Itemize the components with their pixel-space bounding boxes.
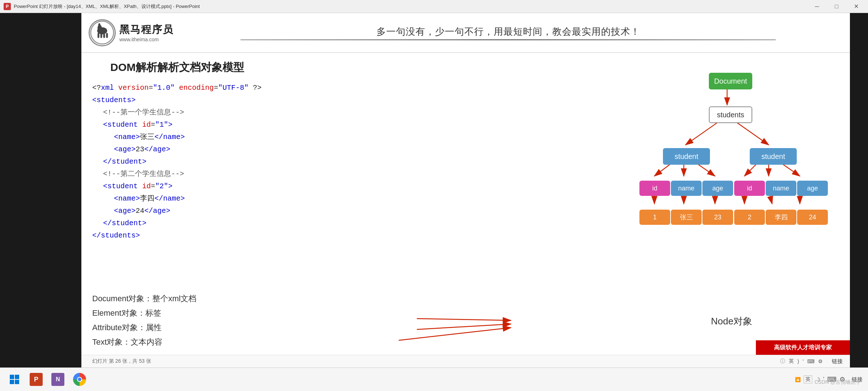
tray-info-icon[interactable]: 🔼 [795,377,801,382]
svg-line-25 [417,319,511,320]
close-button[interactable]: ✕ [848,0,864,13]
code-id-val2: "2" [155,182,168,190]
code-name1-val: 张三 [140,133,154,141]
maximize-button[interactable]: □ [828,0,845,13]
code-id-attr2: id [142,182,151,190]
chrome-taskbar-icon [73,373,86,386]
code-line-5: <name>张三</name> [114,131,302,143]
red-banner: 高级软件人才培训专家 [756,340,850,355]
code-line-7: </student> [103,156,302,168]
code-line-6: <age>23</age> [114,143,302,156]
csdn-watermark: CSDN @古倪喃虎宇 [814,379,861,386]
svg-rect-5 [103,34,105,38]
title-bar: P PowerPoint 幻灯片放映 - [day14、XML、XML解析、XP… [0,0,868,13]
svg-rect-4 [101,34,102,38]
slide-info: 幻灯片 第 26 张，共 53 张 [92,358,151,365]
logo-svg [90,20,115,45]
slide-footer: 幻灯片 第 26 张，共 53 张 ⓘ 英 ) ' ⌨ ⚙ 链接 [81,355,850,367]
document-node: Document [709,73,752,89]
val3-node: 23 [702,210,733,225]
svg-rect-30 [10,380,14,384]
code-id-val1: "1" [155,121,168,129]
code-line-13: </students> [92,230,302,242]
svg-rect-3 [98,33,99,38]
powerpoint-taskbar-btn[interactable]: P [27,370,45,388]
val1-node: 1 [639,210,670,225]
code-line-11: <age>24</age> [114,205,302,217]
svg-rect-28 [10,375,14,379]
chrome-taskbar-btn[interactable] [71,370,89,388]
val4-node: 2 [734,210,765,225]
app-icon: P [4,3,11,10]
code-close-bracket: ?> [253,84,261,92]
svg-rect-29 [15,375,19,379]
svg-line-10 [734,121,769,145]
window-controls: ─ □ ✕ [809,0,864,13]
code-students-close: </students> [92,231,140,240]
logo-subtitle: www.itheima.com [119,37,174,42]
windows-icon [9,374,20,384]
settings-icon: ⚙ [818,358,823,364]
slide-header: 黑马程序员 www.itheima.com 多一句没有，少一句不行，用最短时间，… [81,13,850,53]
connect-text: 链接 [832,358,843,365]
code-line-12: </student> [103,217,302,230]
code-comment-2: <!--第二个学生信息--> [103,170,184,178]
code-version-val: "1.0" [153,84,175,92]
minimize-button[interactable]: ─ [809,0,825,13]
code-line-3: <!--第一个学生信息--> [103,106,302,119]
quote-icon: ' [803,358,804,364]
start-button[interactable] [5,370,24,388]
val5-node: 李四 [766,210,796,225]
code-student1-tag: <student [103,121,138,129]
code-line-4: <student id="1"> [103,119,302,131]
logo-area: 黑马程序员 www.itheima.com [89,19,174,46]
code-id-attr1: id [142,121,151,129]
svg-point-7 [98,23,101,27]
code-student2-tag: <student [103,182,138,190]
svg-line-26 [417,324,511,329]
moon-icon: ) [797,358,799,364]
code-version-attr: version [118,84,149,92]
slide-panel-sidebar [0,13,81,355]
tray-lang-icon[interactable]: 英 [804,375,812,383]
name1-node: name [671,181,702,196]
code-age1-tag: <age> [114,145,136,154]
val6-node: 24 [797,210,828,225]
logo-circle [89,19,116,46]
desc-document: Document对象：整个xml文档 [92,293,244,304]
logo-text-area: 黑马程序员 www.itheima.com [119,23,174,42]
svg-line-27 [399,328,511,340]
code-student2-close: </student> [103,219,146,227]
title-bar-text: PowerPoint 幻灯片放映 - [day14、XML、XML解析、XPat… [14,3,809,10]
info-icon: ⓘ [780,358,785,365]
code-line-1: <?xml version="1.0" encoding="UTF-8" ?> [92,82,302,94]
code-age2-val: 24 [136,207,144,215]
tree-diagram: Document students student student id nam… [629,73,839,243]
code-line-9: <student id="2"> [103,180,302,193]
students-node: students [709,106,752,123]
app-icon-letter: P [6,4,9,9]
code-encoding-attr: encoding [179,84,214,92]
val2-node: 张三 [671,210,702,225]
code-age2-tag: <age> [114,207,136,215]
code-xml: xml [101,84,114,92]
taskbar: P N 🔼 英 ☽ ' ⌨ ⚙ 链接 CSDN @古倪喃虎宇 [0,367,868,391]
keyboard-icon: ⌨ [807,358,814,364]
code-students-open: <students> [92,96,136,104]
code-area: <?xml version="1.0" encoding="UTF-8" ?> … [92,82,302,242]
code-student1-close: </student> [103,157,146,166]
student1-node: student [663,148,710,165]
code-name1-tag: <name> [114,133,140,141]
svg-line-9 [686,121,720,145]
footer-right: ⓘ 英 ) ' ⌨ ⚙ 链接 [780,358,843,365]
notes-taskbar-btn[interactable]: N [49,370,67,388]
header-slogan-container: 多一句没有，少一句不行，用最短时间，教会最实用的技术！ [174,25,843,40]
id2-node: id [734,181,765,196]
svg-rect-31 [15,380,19,384]
code-line-2: <students> [92,94,302,106]
age1-node: age [702,181,733,196]
code-line-8: <!--第二个学生信息--> [103,168,302,180]
student2-node: student [750,148,797,165]
name2-node: name [766,181,796,196]
logo-title: 黑马程序员 [119,23,174,37]
